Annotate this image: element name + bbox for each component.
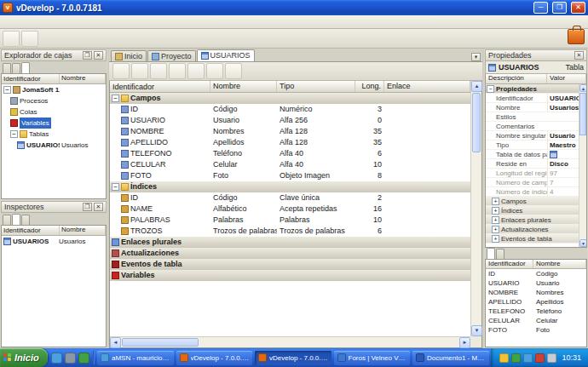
document-tab[interactable]: Inicio <box>111 50 147 61</box>
grid-row[interactable]: Actualizaciones <box>110 248 470 259</box>
column-identificador[interactable]: Identificador <box>2 74 60 83</box>
scrollbar-thumb[interactable] <box>472 93 481 152</box>
title-bar[interactable]: v vDevelop - 7.0.0.7181 ─ ❐ ✕ <box>0 0 588 15</box>
property-row[interactable]: Reside en Disco <box>486 159 579 169</box>
inspectors-tab[interactable] <box>3 215 11 225</box>
close-button[interactable]: ✕ <box>571 2 585 14</box>
tree-row[interactable]: − JomaSoft 1.0 <box>2 84 106 95</box>
property-row[interactable]: + Campos <box>486 197 579 206</box>
subobject-row[interactable]: CELULAR Celular <box>486 316 586 325</box>
menu-item[interactable] <box>14 21 26 23</box>
property-row[interactable]: + Índices <box>486 206 579 215</box>
new-index-button[interactable] <box>131 63 148 79</box>
tab-list-icon[interactable]: ▾ <box>471 53 481 61</box>
expander-icon[interactable]: + <box>492 235 499 243</box>
quicklaunch-icon[interactable] <box>78 353 89 364</box>
scrollbar-track[interactable] <box>579 136 586 239</box>
scrollbar-track[interactable] <box>471 153 481 325</box>
properties-scrollbar[interactable]: ▲ ▼ <box>579 84 586 247</box>
expander-icon[interactable]: + <box>492 216 499 224</box>
minimize-button[interactable]: ─ <box>533 2 548 14</box>
document-tab[interactable]: USUARIOS <box>197 49 255 61</box>
close-panel-icon[interactable]: ✕ <box>94 51 103 60</box>
subobject-row[interactable]: TELEFONO Teléfono <box>486 307 586 316</box>
subobject-row[interactable]: NOMBRE Nombres <box>486 288 586 297</box>
task-button[interactable]: Foros | Velneo V7 - M... <box>334 351 411 365</box>
quicklaunch-icon[interactable] <box>65 353 76 364</box>
inspector-row[interactable]: USUARIOS Usuarios <box>2 236 106 247</box>
scroll-down-icon[interactable]: ▼ <box>471 325 482 336</box>
new-field-button[interactable] <box>112 63 130 79</box>
grid-row[interactable]: − Índices <box>110 181 470 192</box>
expander-icon[interactable]: − <box>10 130 18 138</box>
maximize-button[interactable]: ❐ <box>552 2 567 14</box>
property-row[interactable]: Número de índices 4 <box>486 187 579 197</box>
float-panel-icon[interactable]: ❐ <box>83 203 92 211</box>
grid-row[interactable]: NOMBRE Nombres Alfa 128 35 <box>110 126 470 137</box>
tree-row[interactable]: Colas <box>2 106 106 118</box>
property-row[interactable]: Nombre Usuarios <box>486 103 579 112</box>
scrollbar-thumb[interactable] <box>122 338 199 347</box>
expander-icon[interactable]: − <box>112 183 119 191</box>
property-row[interactable]: − Propiedades <box>486 84 579 94</box>
grid-row[interactable]: APELLIDO Apellidos Alfa 128 35 <box>110 137 470 148</box>
scroll-down-icon[interactable]: ▼ <box>579 239 587 247</box>
tray-status-icon[interactable] <box>523 353 533 363</box>
column-nombre[interactable]: Nombre <box>210 81 277 92</box>
document-tab[interactable]: Proyecto <box>147 50 196 61</box>
grid-row[interactable]: TROZOS Trozos de palabras Trozos de pala… <box>110 226 470 237</box>
property-row[interactable]: + Eventos de tabla <box>486 234 579 244</box>
grid-row[interactable]: ID Código Clave única 2 <box>110 192 470 204</box>
close-panel-icon[interactable]: ✕ <box>94 203 103 211</box>
subobjects-tab[interactable] <box>487 248 495 259</box>
column-nombre[interactable]: Nombre <box>533 260 586 268</box>
grid-row[interactable]: FOTO Foto Objeto Imagen 8 <box>110 170 470 181</box>
task-button[interactable]: vDevelop - 7.0.0.7181 <box>176 351 253 365</box>
property-row[interactable]: Número de campos 7 <box>486 178 579 187</box>
subobject-row[interactable]: APELLIDO Apellidos <box>486 297 586 307</box>
column-tipo[interactable]: Tipo <box>277 81 355 92</box>
property-row[interactable]: + Enlaces plurales <box>486 215 579 225</box>
property-row[interactable]: Nombre singular Usuario <box>486 131 579 140</box>
boxes-button[interactable] <box>3 31 20 47</box>
expander-icon[interactable]: − <box>3 86 11 94</box>
grid-row[interactable]: PALABRAS Palabras Palabras 10 <box>110 215 470 226</box>
new-plural-link-button[interactable] <box>150 63 167 79</box>
tree-row[interactable]: − Tablas <box>2 129 106 140</box>
scroll-up-icon[interactable]: ▲ <box>579 84 587 92</box>
scrollbar-track[interactable] <box>199 337 459 347</box>
grid-row[interactable]: − Campos <box>110 93 470 104</box>
menu-item[interactable] <box>49 21 61 23</box>
delete-object-button[interactable] <box>225 63 242 79</box>
column-enlace[interactable]: Enlace <box>384 81 470 92</box>
objects-button[interactable] <box>21 31 38 47</box>
inspectors-tab[interactable] <box>12 214 20 225</box>
grid-row[interactable]: TELEFONO Teléfono Alfa 40 6 <box>110 148 470 159</box>
toolbox-icon[interactable] <box>568 29 585 44</box>
subobjects-tab[interactable] <box>496 249 504 259</box>
scroll-right-icon[interactable]: ► <box>459 337 470 348</box>
scroll-up-icon[interactable]: ▲ <box>471 81 482 92</box>
expander-icon[interactable]: + <box>492 226 499 233</box>
quicklaunch-icon[interactable] <box>51 353 62 364</box>
scroll-left-icon[interactable]: ◄ <box>110 337 121 348</box>
close-panel-icon[interactable]: ✕ <box>574 51 584 60</box>
grid-row[interactable]: CELULAR Celular Alfa 40 10 <box>110 159 470 170</box>
tray-status-icon[interactable] <box>511 353 521 363</box>
horizontal-scrollbar[interactable]: ◄ ► <box>110 336 470 347</box>
column-identificador[interactable]: Identificador <box>110 81 210 92</box>
grid-row[interactable]: NAME Alfabético Acepta repetidas 16 <box>110 204 470 215</box>
property-row[interactable]: Tabla de datos padre <box>486 150 579 159</box>
task-button[interactable]: Documento1 - Micros... <box>412 351 489 365</box>
tree-row[interactable]: USUARIOS Usuarios <box>2 140 106 151</box>
expander-icon[interactable]: + <box>492 207 499 215</box>
property-row[interactable]: Longitud del registro 97 <box>486 169 579 178</box>
explorer-tab[interactable] <box>3 63 11 73</box>
tree-row[interactable]: Procesos <box>2 95 106 106</box>
grid-row[interactable]: Enlaces plurales <box>110 237 470 248</box>
vertical-scrollbar[interactable]: ▲ ▼ <box>470 81 481 336</box>
property-row[interactable]: Identificador USUARIOS <box>486 94 579 103</box>
menu-item[interactable] <box>61 21 73 23</box>
scrollbar-thumb[interactable] <box>579 93 586 135</box>
tray-status-icon[interactable] <box>547 353 556 363</box>
